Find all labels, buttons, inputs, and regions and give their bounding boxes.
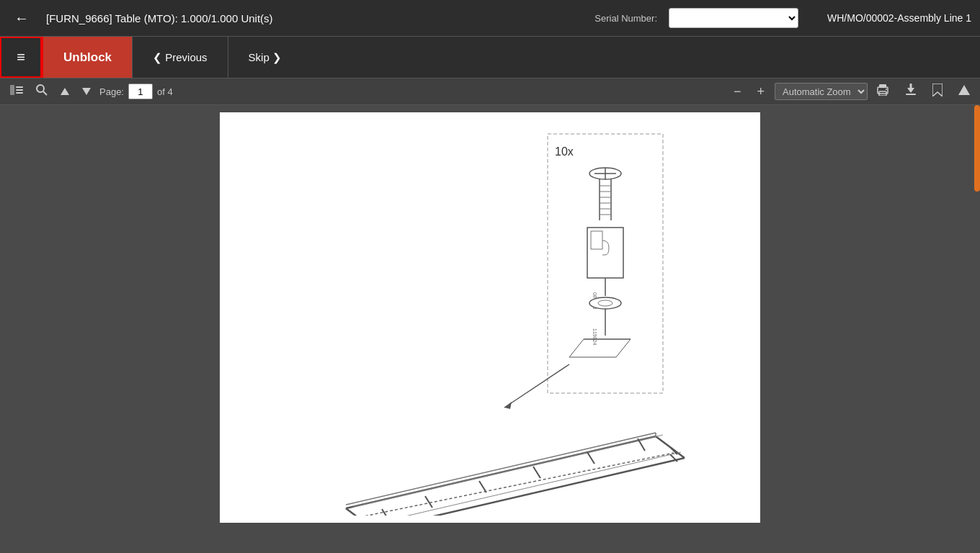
- svg-line-28: [533, 467, 540, 478]
- svg-line-27: [479, 481, 486, 493]
- svg-line-23: [353, 435, 663, 507]
- svg-line-63: [504, 364, 569, 408]
- svg-line-29: [587, 452, 594, 464]
- pdf-content[interactable]: 10x: [0, 105, 980, 553]
- svg-rect-3: [16, 92, 23, 94]
- pdf-viewer-area: 10x: [0, 105, 980, 553]
- back-button[interactable]: ←: [9, 7, 35, 30]
- more-tools-button[interactable]: [954, 84, 974, 99]
- scroll-accent: [974, 105, 980, 192]
- zoom-in-button[interactable]: +: [751, 84, 770, 99]
- svg-point-4: [37, 85, 44, 92]
- pdf-page: 10x: [220, 112, 760, 523]
- svg-text:10x: 10x: [555, 145, 574, 158]
- svg-rect-14: [910, 84, 912, 90]
- zoom-select[interactable]: Automatic Zoom 50% 75% 100% 125% 150% 20…: [775, 83, 868, 100]
- page-title: [FURN_9666] Table (MTO): 1.000/1.000 Uni…: [46, 12, 273, 24]
- action-bar: ≡ Unblock ❮ Previous Skip ❯: [0, 36, 980, 78]
- download-button[interactable]: [901, 82, 921, 101]
- assembly-diagram: 10x: [238, 120, 742, 516]
- svg-line-60: [569, 339, 584, 357]
- page-up-button[interactable]: [56, 84, 74, 99]
- svg-rect-11: [886, 89, 887, 90]
- serial-number-dropdown[interactable]: [669, 8, 798, 28]
- previous-button[interactable]: ❮ Previous: [132, 37, 228, 78]
- skip-button[interactable]: Skip ❯: [228, 37, 302, 78]
- page-label: Page:: [99, 86, 124, 97]
- svg-marker-15: [932, 84, 943, 96]
- svg-marker-7: [82, 88, 91, 95]
- svg-text:119824: 119824: [592, 328, 597, 345]
- pdf-toolbar: Page: of 4 − + Automatic Zoom 50% 75% 10…: [0, 78, 980, 105]
- work-order-text: WH/MO/00002-Assembly Line 1: [827, 12, 971, 24]
- svg-line-61: [616, 339, 631, 357]
- toggle-sidebar-button[interactable]: [6, 84, 27, 99]
- bookmark-button[interactable]: [928, 82, 947, 101]
- search-button[interactable]: [32, 83, 52, 100]
- page-total: of 4: [157, 86, 173, 97]
- svg-marker-6: [61, 88, 69, 95]
- svg-rect-2: [16, 89, 23, 91]
- svg-rect-0: [10, 85, 14, 95]
- pdf-right-icons: [872, 82, 974, 101]
- zoom-out-button[interactable]: −: [728, 84, 747, 99]
- page-input[interactable]: [128, 84, 153, 99]
- serial-number-label: Serial Number:: [594, 13, 657, 24]
- page-down-button[interactable]: [78, 84, 95, 99]
- svg-line-33: [360, 453, 674, 516]
- svg-line-26: [425, 496, 432, 508]
- svg-line-24: [371, 452, 681, 516]
- print-button[interactable]: [872, 83, 894, 100]
- svg-rect-1: [16, 86, 23, 88]
- svg-rect-52: [591, 231, 602, 249]
- svg-line-5: [43, 91, 47, 95]
- top-bar: ← [FURN_9666] Table (MTO): 1.000/1.000 U…: [0, 0, 980, 36]
- svg-marker-64: [504, 402, 512, 409]
- svg-rect-12: [906, 94, 916, 95]
- menu-button[interactable]: ≡: [0, 37, 42, 78]
- svg-rect-9: [879, 84, 886, 88]
- svg-marker-16: [958, 85, 970, 95]
- svg-point-56: [598, 300, 612, 306]
- unblock-button[interactable]: Unblock: [42, 37, 132, 78]
